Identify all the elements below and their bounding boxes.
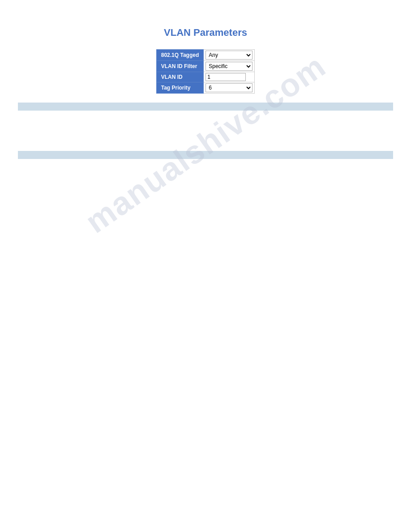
field-label-vlan-id: VLAN ID (156, 72, 203, 82)
field-label-tag-priority: Tag Priority (156, 82, 203, 94)
field-value-vlan-id[interactable] (204, 72, 255, 82)
separator-bar-1 (18, 103, 393, 111)
field-value-vlan-filter[interactable]: Any Specific (204, 61, 255, 72)
separator-bar-2 (18, 151, 393, 159)
field-value-tag-priority[interactable]: 0 1 2 3 4 5 6 7 Any (204, 82, 255, 94)
vlan-id-filter-select[interactable]: Any Specific (206, 62, 253, 71)
page-title: VLAN Parameters (18, 27, 393, 39)
field-value-802q[interactable]: Any Yes No (204, 50, 255, 61)
field-label-vlan-filter: VLAN ID Filter (156, 61, 203, 72)
content-area: VLAN Parameters 802.1Q Tagged Any Yes No (0, 0, 411, 186)
table-row: 802.1Q Tagged Any Yes No (156, 50, 254, 61)
table-row: Tag Priority 0 1 2 3 4 5 6 7 Any (156, 82, 254, 94)
table-row: VLAN ID Filter Any Specific (156, 61, 254, 72)
tag-priority-select[interactable]: 0 1 2 3 4 5 6 7 Any (206, 83, 253, 92)
vlan-id-input[interactable] (206, 73, 246, 81)
page-container: VLAN Parameters 802.1Q Tagged Any Yes No (0, 0, 411, 532)
802q-tagged-select[interactable]: Any Yes No (206, 51, 253, 60)
params-table: 802.1Q Tagged Any Yes No VLAN ID Filter (156, 49, 255, 94)
field-label-802q: 802.1Q Tagged (156, 50, 203, 61)
table-row: VLAN ID (156, 72, 254, 82)
